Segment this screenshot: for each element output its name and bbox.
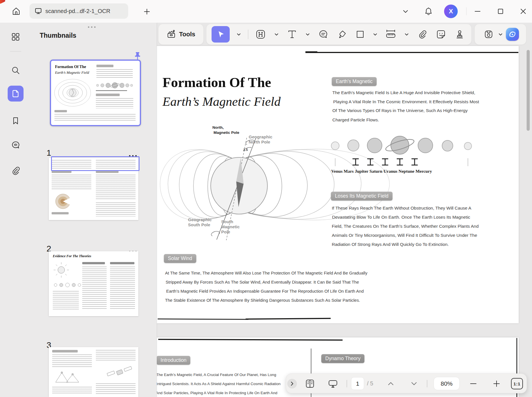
chevron-down-icon	[410, 380, 418, 387]
minimize-button[interactable]	[470, 4, 485, 19]
thumb2-earth-layers	[53, 192, 75, 210]
bookmark-icon	[11, 116, 20, 125]
highlighter-tool-button[interactable]	[335, 26, 349, 43]
planets-illustration: Venus Mars Jupiter Saturn Uranus Neptune…	[328, 134, 482, 178]
para-line: The Earth’s Magnetic Field Is Like A Hug…	[332, 90, 475, 95]
page-number-label-1: 1	[47, 148, 51, 158]
next-page-button[interactable]	[408, 378, 420, 390]
thumb2-textlines5	[96, 202, 136, 217]
page-navigation-bar: 1 / 5 80% 1:1	[286, 373, 527, 393]
shape-tool-button[interactable]	[354, 26, 366, 43]
thumb3-title: Evidence For The Theories	[53, 254, 91, 258]
thumbnail-page-3[interactable]: Evidence For The Theories	[49, 251, 138, 316]
minimize-icon	[474, 8, 481, 15]
label-south-1: South	[221, 219, 233, 224]
zoom-level-button[interactable]: 80%	[434, 377, 460, 390]
save-button[interactable]	[482, 26, 495, 43]
zoom-in-button[interactable]	[490, 378, 503, 390]
planets-caption: Venus Mars Jupiter Saturn Uranus Neptune…	[331, 169, 432, 174]
notifications-button[interactable]	[421, 4, 436, 19]
thumbnail-page-1[interactable]: Formation Of The Earth’s Magnetic Field	[50, 60, 141, 126]
comment-tool-button[interactable]	[317, 26, 330, 43]
tab-list-dropdown[interactable]	[398, 4, 413, 19]
sticker-tool-button[interactable]	[434, 26, 447, 43]
thumb1-field-diagram	[53, 77, 92, 108]
viewport-indicator[interactable]	[51, 156, 140, 171]
sidebar-button-search[interactable]	[8, 62, 24, 78]
vertical-scrollbar-thumb[interactable]	[527, 50, 530, 131]
shape-tool-dropdown[interactable]	[372, 26, 379, 43]
sidebar-button-bookmarks[interactable]	[8, 113, 24, 129]
bottombar-divider-2	[427, 380, 427, 387]
para-line: At The Same Time, The Atmosphere Will Al…	[165, 271, 367, 275]
expand-bar-button[interactable]	[287, 379, 297, 388]
thumb1-textlines	[96, 69, 133, 79]
section-badge-solar-wind: Solar Wind	[164, 254, 196, 263]
para-line: If These Rays Reach The Earth Without Ob…	[332, 206, 471, 211]
maximize-button[interactable]	[493, 4, 508, 19]
new-tab-button[interactable]	[140, 4, 154, 19]
sticker-smiley-icon	[436, 29, 446, 39]
maximize-icon	[497, 8, 504, 15]
heading-tool-dropdown[interactable]	[273, 26, 280, 43]
sidebar-button-attachments[interactable]	[8, 163, 24, 179]
save-icon	[484, 29, 493, 39]
zoom-out-button[interactable]	[467, 378, 480, 390]
select-tool-dropdown[interactable]	[235, 26, 242, 43]
page-thumbnails-icon	[11, 89, 20, 98]
panel-drag-handle[interactable]	[88, 25, 98, 29]
measure-tool-dropdown[interactable]	[403, 26, 410, 43]
page-number-value: 1	[356, 380, 359, 387]
chevron-down-icon	[498, 32, 503, 37]
text-tool-button[interactable]	[286, 26, 299, 43]
sidebar-button-thumbnails[interactable]	[8, 86, 24, 102]
ai-assistant-button[interactable]	[506, 28, 519, 41]
actual-size-button[interactable]: 1:1	[511, 378, 523, 389]
para-line: The Stable Existence Of The Atmosphere B…	[165, 298, 360, 303]
ruler-icon	[385, 29, 396, 39]
thumb1-caption-line	[96, 90, 127, 91]
label-north-1: North,	[212, 125, 224, 130]
cursor-icon	[216, 30, 225, 39]
home-button[interactable]	[9, 4, 24, 19]
presentation-button[interactable]	[327, 378, 339, 390]
screen-cast-icon	[328, 379, 338, 389]
book-pages-icon	[305, 379, 315, 389]
bell-icon	[424, 7, 433, 16]
text-tool-dropdown[interactable]	[304, 26, 311, 43]
label-south-2: Magnetic	[221, 224, 240, 229]
sidebar-button-comments[interactable]	[8, 137, 24, 153]
section-badge-loses-field: Loses Its Magnetic Field	[331, 192, 392, 200]
account-avatar[interactable]: X	[444, 5, 458, 18]
sidebar-button-grid-view[interactable]	[8, 29, 24, 45]
stamp-tool-button[interactable]	[453, 26, 466, 43]
text-icon	[287, 29, 297, 39]
thumb3-badge	[82, 262, 105, 264]
save-dropdown[interactable]	[497, 26, 504, 43]
para-line: And Solar Particles, Playing A Vital Rol…	[156, 391, 277, 395]
previous-page-button[interactable]	[385, 378, 397, 390]
thumb1-badge3	[54, 110, 67, 112]
titlebar: scanned-pd...df-2-1_OCR X	[0, 0, 532, 23]
measure-tool-button[interactable]	[384, 26, 397, 43]
thumb2-textlines3	[52, 175, 91, 191]
page-total-label: / 5	[367, 377, 373, 390]
rail-divider	[10, 51, 21, 52]
document-tab[interactable]: scanned-pd...df-2-1_OCR	[29, 3, 128, 19]
comment-bubble-icon	[11, 140, 20, 150]
label-geo-north-1: Geographic	[249, 134, 272, 139]
plus-icon	[143, 8, 151, 15]
attach-tool-button[interactable]	[416, 26, 429, 43]
select-tool-button[interactable]	[212, 26, 230, 43]
thumb1-title-line1: Formation Of The	[55, 65, 86, 69]
thumb3-badge2	[110, 262, 134, 264]
plus-icon	[493, 380, 500, 387]
close-button[interactable]	[516, 4, 531, 19]
reading-mode-button[interactable]	[304, 378, 316, 390]
heading-tool-button[interactable]	[254, 26, 267, 43]
thumbnail-page-4[interactable]	[49, 347, 138, 397]
tools-button[interactable]: Tools	[158, 24, 204, 45]
page-number-input[interactable]: 1	[351, 377, 364, 390]
stamp-icon	[455, 29, 465, 39]
titlebar-divider	[466, 7, 466, 15]
